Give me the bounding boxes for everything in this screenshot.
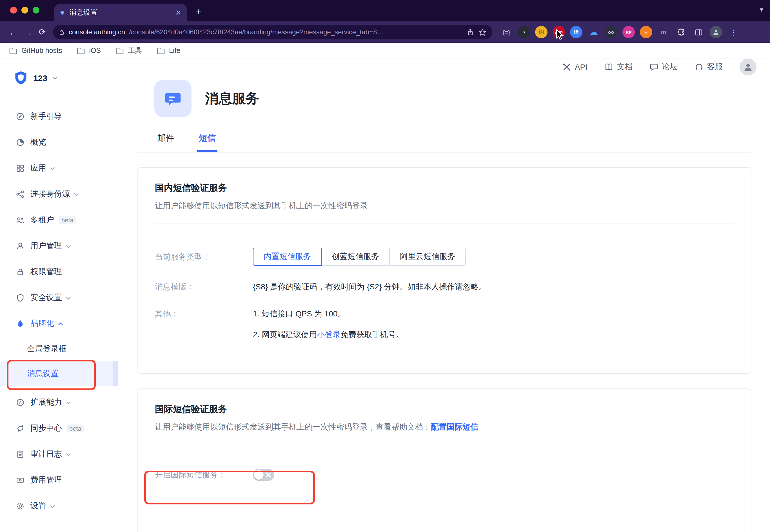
sidebar-item-branding[interactable]: 品牌化: [0, 311, 118, 337]
domestic-card-title: 国内短信验证服务: [155, 182, 734, 194]
docs-link[interactable]: 文档: [604, 62, 633, 72]
document-icon: [16, 450, 25, 459]
sidebar-item-security[interactable]: 安全设置: [0, 285, 118, 311]
ext-icon-braces[interactable]: {=}: [500, 26, 513, 38]
reload-button[interactable]: ⟳: [35, 27, 50, 37]
chevron-down-icon: [50, 504, 55, 509]
side-panel-icon[interactable]: [692, 26, 705, 38]
ext-icon-dict[interactable]: 词: [535, 26, 548, 38]
browser-toolbar: ← → ⟳ console.authing.cn/console/6204d0a…: [0, 21, 770, 43]
ext-icon-orange[interactable]: ●: [640, 26, 652, 38]
ext-icon-cloud[interactable]: ☁: [588, 26, 600, 38]
gear-icon: [16, 502, 25, 511]
bookmark-label: iOS: [89, 47, 101, 55]
back-button[interactable]: ←: [6, 27, 20, 37]
ext-icon-dark[interactable]: ◑: [518, 26, 530, 38]
sidebar-item-label: 应用: [30, 163, 46, 173]
mini-login-link[interactable]: 小登录: [317, 330, 340, 339]
bookmarks-bar: GitHub hosts iOS 工具 Life: [0, 43, 770, 59]
service-type-label: 当前服务类型：: [155, 248, 253, 266]
lock-icon: [59, 28, 65, 36]
avatar-person-icon: [743, 62, 753, 72]
bookmark-label: GitHub hosts: [21, 47, 62, 55]
bookmark-tools[interactable]: 工具: [115, 46, 142, 55]
banknote-icon: [16, 476, 25, 485]
service-option-aliyun[interactable]: 阿里云短信服务: [389, 248, 466, 266]
service-type-segmented-control: 内置短信服务 创蓝短信服务 阿里云短信服务: [253, 248, 466, 266]
ext-icon-rp[interactable]: RP: [622, 26, 635, 38]
tab-close-icon[interactable]: ✕: [175, 9, 181, 16]
user-avatar[interactable]: [740, 59, 756, 75]
chevron-down-icon: [52, 75, 57, 80]
tab-search-chevron-icon[interactable]: ▾: [760, 6, 763, 14]
api-link[interactable]: API: [563, 62, 588, 71]
sidebar-item-multi-tenant[interactable]: 多租户 beta: [0, 207, 118, 233]
lock-icon: [16, 267, 25, 276]
browser-menu-icon[interactable]: ⋮: [727, 26, 740, 38]
sidebar-item-apps[interactable]: 应用: [0, 155, 118, 181]
sidebar-item-sync-center[interactable]: 同步中心 beta: [0, 415, 118, 441]
tab-mail[interactable]: 邮件: [155, 133, 176, 152]
authing-logo-icon: [14, 70, 28, 85]
ext-icon-translate[interactable]: 译: [570, 26, 583, 38]
folder-icon: [115, 47, 124, 54]
api-label: API: [575, 62, 588, 71]
extensions-puzzle-icon[interactable]: [675, 26, 687, 38]
ext-icon-monkey[interactable]: m: [657, 26, 670, 38]
sidebar-item-identity-sources[interactable]: 连接身份源: [0, 181, 118, 207]
international-card-title: 国际短信验证服务: [155, 404, 734, 415]
sidebar-item-label: 全局登录框: [27, 344, 66, 354]
sidebar-item-label: 费用管理: [30, 475, 62, 485]
support-link[interactable]: 客服: [695, 62, 723, 72]
user-icon: [16, 242, 25, 251]
sidebar-item-label: 用户管理: [30, 241, 62, 251]
forum-link[interactable]: 论坛: [650, 62, 678, 72]
sidebar-item-settings[interactable]: 设置: [0, 493, 118, 519]
other-line-1: 1. 短信接口 QPS 为 100。: [253, 307, 404, 320]
paint-drop-icon: [16, 319, 25, 328]
sidebar-item-permission[interactable]: 权限管理: [0, 259, 118, 285]
annotation-rect-message-settings: [7, 360, 96, 390]
sidebar-item-label: 设置: [30, 501, 46, 511]
international-card-desc: 让用户能够使用以短信形式发送到其手机上的一次性密码登录，查看帮助文档：配置国际短…: [155, 422, 734, 432]
bookmark-life[interactable]: Life: [157, 47, 180, 55]
docs-label: 文档: [617, 62, 633, 72]
page-content: 消息服务 邮件 短信 国内短信验证服务 让用户能够使用以短信形式发送到其手机上的…: [118, 75, 770, 532]
service-option-chuanglan[interactable]: 创蓝短信服务: [321, 248, 390, 266]
folder-icon: [77, 47, 85, 54]
chevron-down-icon: [74, 192, 79, 197]
configure-international-sms-link[interactable]: 配置国际短信: [431, 422, 478, 431]
sidebar-item-label: 新手引导: [30, 111, 62, 122]
browser-tab[interactable]: 消息设置 ✕: [54, 4, 187, 21]
zoom-window-button[interactable]: [33, 7, 39, 14]
sidebar-item-extensions[interactable]: A 扩展能力: [0, 390, 118, 415]
annotation-rect-toggle: [144, 471, 315, 504]
bookmark-ios[interactable]: iOS: [77, 47, 101, 55]
sidebar-item-guide[interactable]: 新手引导: [0, 104, 118, 129]
sidebar-item-label: 扩展能力: [30, 397, 62, 408]
bookmark-github-hosts[interactable]: GitHub hosts: [9, 47, 62, 55]
sidebar-item-overview[interactable]: 概览: [0, 129, 118, 155]
api-icon: [563, 62, 572, 71]
profile-avatar[interactable]: [710, 26, 722, 38]
share-icon[interactable]: [467, 28, 474, 36]
message-service-icon: [154, 80, 191, 117]
new-tab-button[interactable]: ＋: [194, 5, 203, 18]
sidebar-item-global-login[interactable]: 全局登录框: [0, 337, 118, 361]
address-bar[interactable]: console.authing.cn/console/6204d0a406f04…: [53, 25, 492, 39]
sidebar-item-audit-log[interactable]: 审计日志: [0, 441, 118, 467]
minimize-window-button[interactable]: [21, 7, 28, 14]
forward-button[interactable]: →: [20, 27, 35, 37]
org-switcher[interactable]: 123: [0, 66, 118, 89]
ext-icon-goggles[interactable]: oo: [605, 26, 617, 38]
bookmark-star-icon[interactable]: [478, 28, 487, 36]
close-window-button[interactable]: [10, 7, 17, 14]
other-line-2-suffix: 免费获取手机号。: [340, 330, 404, 339]
sidebar-item-billing[interactable]: 费用管理: [0, 467, 118, 493]
sidebar-item-user-management[interactable]: 用户管理: [0, 233, 118, 259]
tab-title: 消息设置: [69, 8, 171, 17]
international-desc-text: 让用户能够使用以短信形式发送到其手机上的一次性密码登录，查看帮助文档：: [155, 422, 431, 431]
chevron-down-icon: [66, 400, 71, 405]
tab-sms[interactable]: 短信: [197, 133, 217, 152]
service-option-builtin[interactable]: 内置短信服务: [253, 248, 321, 266]
